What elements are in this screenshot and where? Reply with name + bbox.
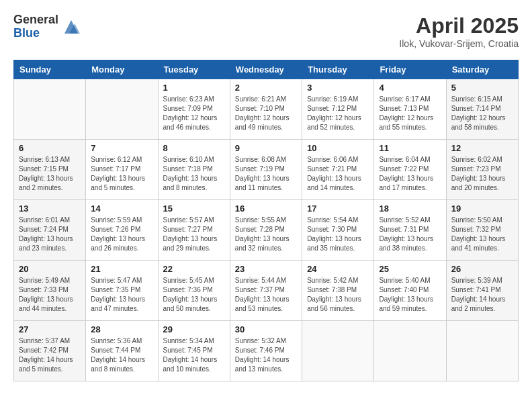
- day-info: Sunrise: 5:59 AM Sunset: 7:26 PM Dayligh…: [91, 216, 152, 253]
- day-number: 22: [163, 264, 225, 274]
- calendar-cell: 16Sunrise: 5:55 AM Sunset: 7:28 PM Dayli…: [230, 200, 302, 261]
- day-number: 1: [163, 83, 225, 93]
- day-info: Sunrise: 5:34 AM Sunset: 7:45 PM Dayligh…: [163, 336, 225, 374]
- day-number: 27: [19, 324, 81, 334]
- day-info: Sunrise: 5:54 AM Sunset: 7:30 PM Dayligh…: [307, 216, 369, 253]
- calendar-cell: 4Sunrise: 6:17 AM Sunset: 7:13 PM Daylig…: [374, 79, 446, 140]
- day-number: 7: [91, 143, 152, 153]
- day-number: 10: [307, 143, 369, 153]
- day-number: 20: [19, 264, 81, 274]
- day-number: 28: [91, 324, 152, 334]
- day-info: Sunrise: 6:15 AM Sunset: 7:14 PM Dayligh…: [451, 95, 513, 132]
- day-number: 16: [235, 203, 297, 214]
- calendar-cell: 21Sunrise: 5:47 AM Sunset: 7:35 PM Dayli…: [86, 261, 158, 321]
- calendar-cell: [14, 79, 86, 140]
- calendar-cell: 19Sunrise: 5:50 AM Sunset: 7:32 PM Dayli…: [446, 200, 518, 261]
- calendar-cell: 28Sunrise: 5:36 AM Sunset: 7:44 PM Dayli…: [86, 321, 158, 381]
- page-header: General Blue April 2025 Ilok, Vukovar-Sr…: [13, 13, 519, 49]
- day-number: 2: [235, 83, 297, 93]
- day-info: Sunrise: 5:37 AM Sunset: 7:42 PM Dayligh…: [19, 336, 81, 374]
- calendar-cell: 14Sunrise: 5:59 AM Sunset: 7:26 PM Dayli…: [86, 200, 158, 261]
- calendar-cell: 20Sunrise: 5:49 AM Sunset: 7:33 PM Dayli…: [14, 261, 86, 321]
- day-number: 3: [307, 83, 369, 93]
- week-row-1: 1Sunrise: 6:23 AM Sunset: 7:09 PM Daylig…: [14, 79, 519, 140]
- calendar-cell: 30Sunrise: 5:32 AM Sunset: 7:46 PM Dayli…: [230, 321, 302, 381]
- day-number: 4: [379, 83, 441, 93]
- day-number: 14: [91, 203, 152, 214]
- day-info: Sunrise: 5:57 AM Sunset: 7:27 PM Dayligh…: [163, 216, 225, 253]
- day-info: Sunrise: 6:01 AM Sunset: 7:24 PM Dayligh…: [19, 216, 81, 253]
- calendar-cell: 6Sunrise: 6:13 AM Sunset: 7:15 PM Daylig…: [14, 140, 86, 200]
- day-number: 30: [235, 324, 297, 334]
- day-info: Sunrise: 5:36 AM Sunset: 7:44 PM Dayligh…: [91, 336, 152, 374]
- calendar-cell: 29Sunrise: 5:34 AM Sunset: 7:45 PM Dayli…: [158, 321, 230, 381]
- calendar-cell: 26Sunrise: 5:39 AM Sunset: 7:41 PM Dayli…: [446, 261, 518, 321]
- day-header-tuesday: Tuesday: [158, 60, 230, 79]
- calendar-cell: 17Sunrise: 5:54 AM Sunset: 7:30 PM Dayli…: [302, 200, 374, 261]
- calendar-cell: [86, 79, 158, 140]
- day-number: 21: [91, 264, 152, 274]
- day-header-friday: Friday: [374, 60, 446, 79]
- day-info: Sunrise: 5:44 AM Sunset: 7:37 PM Dayligh…: [235, 276, 297, 314]
- day-number: 9: [235, 143, 297, 153]
- day-header-monday: Monday: [86, 60, 158, 79]
- day-number: 26: [451, 264, 513, 274]
- day-info: Sunrise: 5:47 AM Sunset: 7:35 PM Dayligh…: [91, 276, 152, 314]
- title-block: April 2025 Ilok, Vukovar-Srijem, Croatia: [399, 13, 519, 49]
- day-header-sunday: Sunday: [14, 60, 86, 79]
- day-info: Sunrise: 5:32 AM Sunset: 7:46 PM Dayligh…: [235, 336, 297, 374]
- day-info: Sunrise: 6:02 AM Sunset: 7:23 PM Dayligh…: [451, 155, 513, 193]
- calendar-cell: 1Sunrise: 6:23 AM Sunset: 7:09 PM Daylig…: [158, 79, 230, 140]
- day-number: 17: [307, 203, 369, 214]
- calendar-cell: 10Sunrise: 6:06 AM Sunset: 7:21 PM Dayli…: [302, 140, 374, 200]
- calendar-cell: 13Sunrise: 6:01 AM Sunset: 7:24 PM Dayli…: [14, 200, 86, 261]
- day-info: Sunrise: 6:23 AM Sunset: 7:09 PM Dayligh…: [163, 95, 225, 132]
- week-row-5: 27Sunrise: 5:37 AM Sunset: 7:42 PM Dayli…: [14, 321, 519, 381]
- day-info: Sunrise: 6:13 AM Sunset: 7:15 PM Dayligh…: [19, 155, 81, 193]
- day-info: Sunrise: 6:21 AM Sunset: 7:10 PM Dayligh…: [235, 95, 297, 132]
- calendar-cell: 11Sunrise: 6:04 AM Sunset: 7:22 PM Dayli…: [374, 140, 446, 200]
- calendar-cell: [302, 321, 374, 381]
- day-info: Sunrise: 6:04 AM Sunset: 7:22 PM Dayligh…: [379, 155, 441, 193]
- calendar-cell: 23Sunrise: 5:44 AM Sunset: 7:37 PM Dayli…: [230, 261, 302, 321]
- calendar-cell: 25Sunrise: 5:40 AM Sunset: 7:40 PM Dayli…: [374, 261, 446, 321]
- calendar-cell: 27Sunrise: 5:37 AM Sunset: 7:42 PM Dayli…: [14, 321, 86, 381]
- location: Ilok, Vukovar-Srijem, Croatia: [399, 38, 519, 49]
- day-header-row: SundayMondayTuesdayWednesdayThursdayFrid…: [14, 60, 519, 79]
- logo: General Blue: [13, 13, 81, 40]
- day-info: Sunrise: 5:49 AM Sunset: 7:33 PM Dayligh…: [19, 276, 81, 314]
- calendar-cell: 8Sunrise: 6:10 AM Sunset: 7:18 PM Daylig…: [158, 140, 230, 200]
- day-number: 19: [451, 203, 513, 214]
- day-number: 25: [379, 264, 441, 274]
- day-number: 23: [235, 264, 297, 274]
- day-number: 15: [163, 203, 225, 214]
- day-number: 5: [451, 83, 513, 93]
- calendar-cell: [374, 321, 446, 381]
- day-number: 11: [379, 143, 441, 153]
- day-number: 18: [379, 203, 441, 214]
- day-info: Sunrise: 6:19 AM Sunset: 7:12 PM Dayligh…: [307, 95, 369, 132]
- day-header-wednesday: Wednesday: [230, 60, 302, 79]
- calendar-cell: 3Sunrise: 6:19 AM Sunset: 7:12 PM Daylig…: [302, 79, 374, 140]
- day-info: Sunrise: 5:42 AM Sunset: 7:38 PM Dayligh…: [307, 276, 369, 314]
- month-title: April 2025: [399, 13, 519, 38]
- calendar-cell: [446, 321, 518, 381]
- day-info: Sunrise: 6:17 AM Sunset: 7:13 PM Dayligh…: [379, 95, 441, 132]
- logo-icon: [61, 17, 81, 37]
- day-number: 13: [19, 203, 81, 214]
- calendar-cell: 9Sunrise: 6:08 AM Sunset: 7:19 PM Daylig…: [230, 140, 302, 200]
- day-number: 12: [451, 143, 513, 153]
- day-info: Sunrise: 5:55 AM Sunset: 7:28 PM Dayligh…: [235, 216, 297, 253]
- calendar-cell: 18Sunrise: 5:52 AM Sunset: 7:31 PM Dayli…: [374, 200, 446, 261]
- calendar-cell: 5Sunrise: 6:15 AM Sunset: 7:14 PM Daylig…: [446, 79, 518, 140]
- day-info: Sunrise: 6:08 AM Sunset: 7:19 PM Dayligh…: [235, 155, 297, 193]
- day-info: Sunrise: 5:40 AM Sunset: 7:40 PM Dayligh…: [379, 276, 441, 314]
- week-row-3: 13Sunrise: 6:01 AM Sunset: 7:24 PM Dayli…: [14, 200, 519, 261]
- calendar-cell: 7Sunrise: 6:12 AM Sunset: 7:17 PM Daylig…: [86, 140, 158, 200]
- calendar-cell: 24Sunrise: 5:42 AM Sunset: 7:38 PM Dayli…: [302, 261, 374, 321]
- day-header-thursday: Thursday: [302, 60, 374, 79]
- day-number: 6: [19, 143, 81, 153]
- calendar-cell: 15Sunrise: 5:57 AM Sunset: 7:27 PM Dayli…: [158, 200, 230, 261]
- day-info: Sunrise: 5:39 AM Sunset: 7:41 PM Dayligh…: [451, 276, 513, 314]
- day-info: Sunrise: 5:45 AM Sunset: 7:36 PM Dayligh…: [163, 276, 225, 314]
